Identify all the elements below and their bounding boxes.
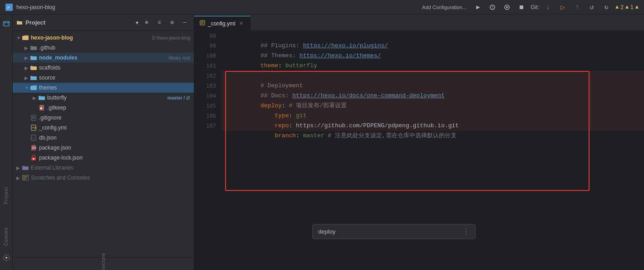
root-arrow: ▼ <box>16 35 22 40</box>
svg-rect-20 <box>39 96 45 100</box>
code-107-key: branch <box>275 132 296 139</box>
svg-text:{..}: {..} <box>32 136 34 139</box>
gitkeep-label: .gitkeep <box>47 105 190 111</box>
tree-butterfly[interactable]: ▶ butterfly master / ∅ <box>13 93 194 103</box>
warnings-area: ▲ 2 ▲ 1 ▲ <box>615 4 639 10</box>
panel-actions: ⊕ ≡ ⚙ — <box>141 17 190 28</box>
scaffolds-label: scaffolds <box>39 65 190 71</box>
code-100-key: theme <box>261 62 278 69</box>
project-title: hexo-jason-blog <box>16 4 55 10</box>
svg-rect-8 <box>4 21 9 26</box>
code-area[interactable]: ## Plugins: https://hexo.io/plugins/ ## … <box>221 31 644 270</box>
tree-db-json[interactable]: {..} db.json <box>13 133 194 143</box>
node-modules-icon <box>30 55 37 61</box>
code-107-indent <box>261 132 275 139</box>
scroll-from-source-button[interactable]: ⊕ <box>141 17 152 28</box>
tab-icon <box>200 20 205 27</box>
warning-count-2: 1 <box>630 4 634 10</box>
svg-rect-18 <box>30 76 37 80</box>
line-num-105: 105 <box>206 101 216 111</box>
title-bar: P hexo-jason-blog Add Configuration... ▶… <box>0 0 644 15</box>
tree-themes[interactable]: ▼ themes <box>13 83 194 93</box>
coverage-button[interactable] <box>501 2 512 13</box>
panel-title: Project <box>25 19 133 26</box>
code-98-link: https://hexo.io/plugins/ <box>303 42 388 49</box>
collapse-all-button[interactable]: ≡ <box>154 17 165 28</box>
code-107-comment: # 注意此处分支设定,需在仓库中选择默认的分支 <box>324 132 456 139</box>
app-icon: P <box>5 4 13 11</box>
sidebar-project-icon[interactable] <box>1 18 12 29</box>
themes-icon <box>30 85 37 91</box>
tree-scratches[interactable]: ▶ Scratches and Consoles <box>13 173 194 183</box>
sidebar-commit-label[interactable]: Commit <box>4 227 9 245</box>
tree-scaffolds[interactable]: ▶ scaffolds <box>13 63 194 73</box>
line-numbers: 98 99 100 101 102 103 104 105 106 107 <box>194 31 221 270</box>
tree-config-yml[interactable]: YML _config.yml <box>13 123 194 133</box>
code-104-key: deploy <box>261 102 282 109</box>
code-98-comment: ## Plugins: <box>261 42 303 49</box>
code-99-link: https://hexo.io/themes/ <box>300 52 381 59</box>
bookmark-icon[interactable] <box>3 255 10 261</box>
debug-button[interactable] <box>487 2 498 13</box>
tree-gitignore[interactable]: .gitignore <box>13 113 194 123</box>
tree-package-json[interactable]: JSON package.json <box>13 143 194 153</box>
sidebar-project-label[interactable]: Project <box>4 187 9 204</box>
tree-source[interactable]: ▶ source <box>13 73 194 83</box>
db-json-label: db.json <box>39 135 190 141</box>
code-107-colon: : <box>296 132 303 139</box>
code-103-link: https://hexo.io/docs/one-command-deploym… <box>292 92 444 99</box>
ext-libs-label: External Libraries <box>31 165 190 171</box>
tooltip-more-button[interactable]: ⋮ <box>462 227 470 236</box>
code-107-value: master <box>303 132 324 139</box>
line-num-101: 101 <box>206 61 216 71</box>
line-num-100: 100 <box>206 51 216 61</box>
tree-gitkeep[interactable]: ◆ .gitkeep <box>13 103 194 113</box>
svg-rect-16 <box>30 66 37 70</box>
butterfly-label: butterfly <box>47 95 165 101</box>
gitignore-icon <box>30 115 37 121</box>
tab-close-button[interactable]: ✕ <box>238 20 245 27</box>
panel-dropdown[interactable]: ▾ <box>136 20 138 26</box>
warning-count-1: 2 <box>620 4 624 10</box>
node-modules-badge: library root <box>169 55 190 60</box>
structure-label[interactable]: Structure <box>101 253 106 270</box>
code-106-colon: : <box>289 122 296 129</box>
tree-node-modules[interactable]: ▶ node_modules library root <box>13 53 194 63</box>
tooltip-label: deploy <box>318 228 335 235</box>
code-106-indent <box>261 122 275 129</box>
butterfly-badge: master / ∅ <box>167 95 190 100</box>
tab-config-yml[interactable]: _config.yml ✕ <box>194 16 251 30</box>
git-history-button[interactable]: ↺ <box>586 2 597 13</box>
github-label: .github <box>39 45 190 51</box>
git-download-button[interactable]: ↓ <box>543 2 554 13</box>
svg-text:JSON: JSON <box>32 146 37 149</box>
line-num-104: 104 <box>206 91 216 101</box>
source-label: source <box>39 75 190 81</box>
svg-rect-13 <box>30 46 33 47</box>
config-yml-label: _config.yml <box>39 125 190 131</box>
tree-github[interactable]: ▶ .github <box>13 43 194 53</box>
editor-panel: _config.yml ✕ 98 99 100 101 102 103 104 … <box>194 15 644 270</box>
line-num-98: 98 <box>210 31 216 41</box>
stop-button[interactable] <box>516 2 527 13</box>
svg-rect-36 <box>22 166 29 170</box>
github-folder-icon <box>30 45 37 51</box>
svg-rect-12 <box>30 46 37 50</box>
code-99-comment: ## Themes: <box>261 52 300 59</box>
add-config-button[interactable]: Add Configuration... <box>419 4 469 11</box>
warning-triangle-3: ▲ <box>635 4 639 10</box>
panel-settings-button[interactable]: ⚙ <box>167 17 177 28</box>
tree-ext-libs[interactable]: ▶ External Libraries <box>13 163 194 173</box>
panel-close-button[interactable]: — <box>179 17 190 28</box>
git-cherry-pick-button[interactable]: ▷ <box>557 2 568 13</box>
package-json-label: package.json <box>39 145 190 151</box>
git-forward-button[interactable]: ↻ <box>601 2 612 13</box>
tree-root[interactable]: ▼ hexo-jason-blog D:\hexo-jason-blog <box>13 33 194 43</box>
code-100-colon: : <box>278 62 285 69</box>
code-105-key: type <box>275 112 289 119</box>
git-push-button[interactable]: ↑ <box>572 2 583 13</box>
svg-rect-14 <box>30 56 37 60</box>
package-lock-label: package-lock.json <box>39 155 190 161</box>
run-button[interactable]: ▶ <box>472 2 483 13</box>
tree-package-lock-json[interactable]: package-lock.json <box>13 153 194 163</box>
